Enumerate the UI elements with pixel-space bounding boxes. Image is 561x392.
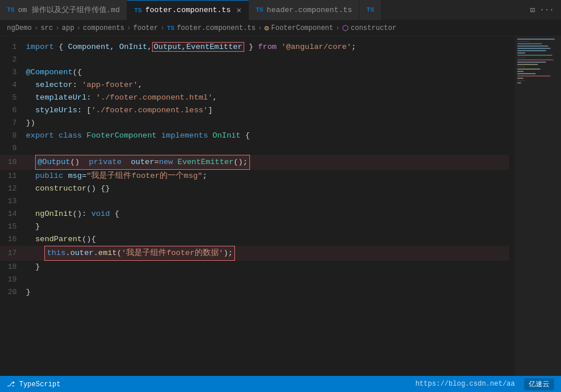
breadcrumb-sep5: ›: [160, 24, 164, 32]
code-editor[interactable]: 1 import { Component, OnInit,Output,Even…: [0, 36, 561, 376]
line-num-10: 10: [0, 158, 26, 166]
minimap-line-17: [517, 75, 551, 77]
line-content-5: templateUrl: './footer.component.html',: [26, 92, 505, 104]
ts-icon-footer: TS: [134, 7, 142, 14]
tab-footer-label: footer.component.ts: [145, 6, 230, 14]
line-18: 18 }: [0, 261, 509, 273]
line-num-1: 1: [0, 43, 26, 51]
code-lines: 1 import { Component, OnInit,Output,Even…: [0, 41, 561, 299]
minimap-line-10: [517, 59, 554, 60]
line-num-8: 8: [0, 131, 26, 140]
tab-footer[interactable]: TS footer.component.ts ✕: [127, 0, 249, 20]
line-num-11: 11: [0, 172, 26, 180]
line-content-7: }): [26, 117, 505, 130]
breadcrumb-sep2: ›: [55, 24, 59, 32]
minimap-line-3: [517, 43, 542, 44]
breadcrumb-class: FooterComponent: [271, 24, 333, 32]
line-num-18: 18: [0, 262, 26, 271]
line-4: 4 selector: 'app-footer',: [0, 79, 509, 92]
line-16: 16 sendParent(){: [0, 233, 509, 246]
breadcrumb-sep1: ›: [34, 24, 38, 32]
line-content-20: }: [26, 286, 505, 299]
line-14: 14 ngOnInit(): void {: [0, 208, 509, 220]
line-content-14: ngOnInit(): void {: [26, 208, 505, 220]
minimap-line-9: [517, 57, 525, 58]
tab-md-label: om 操作以及父子组件传值.md: [18, 5, 120, 15]
footer-bar: ⎇ TypeScript https://blog.csdn.net/aa 亿速…: [0, 376, 561, 392]
line-num-16: 16: [0, 235, 26, 243]
line-content-18: }: [26, 261, 505, 273]
line-content-12: constructor() {}: [26, 182, 505, 195]
footer-right: https://blog.csdn.net/aa 亿速云: [415, 378, 554, 390]
breadcrumb-constructor: constructor: [351, 24, 396, 32]
line-1: 1 import { Component, OnInit,Output,Even…: [0, 41, 509, 54]
line-7: 7 }): [0, 117, 509, 130]
line-content-8: export class FooterComponent implements …: [26, 130, 505, 142]
line-20: 20 }: [0, 286, 509, 299]
line-content-17: this.outer.emit('我是子组件footer的数据');: [26, 246, 505, 261]
more-actions-icon[interactable]: ···: [540, 5, 554, 14]
line-10: 10 @Output() private outer=new EventEmit…: [0, 155, 509, 170]
line-content-15: }: [26, 220, 505, 233]
breadcrumb-ngdemo: ngDemo: [7, 24, 32, 32]
minimap-line-20: [517, 82, 521, 83]
line-content-4: selector: 'app-footer',: [26, 79, 505, 92]
footer-branch-icon: ⎇: [7, 380, 19, 389]
tab-md[interactable]: TS om 操作以及父子组件传值.md: [0, 0, 127, 20]
line-num-6: 6: [0, 106, 26, 115]
line-num-15: 15: [0, 222, 26, 231]
minimap-line-4: [517, 45, 548, 47]
line-17: 17 this.outer.emit('我是子组件footer的数据');: [0, 246, 509, 261]
line-6: 6 styleUrls: ['./footer.component.less']: [0, 104, 509, 117]
file-ts-icon: TS: [167, 25, 175, 32]
line-content-1: import { Component, OnInit,Output,EventE…: [26, 41, 505, 54]
minimap-line-19: [517, 80, 525, 81]
breadcrumb-sep3: ›: [77, 24, 81, 32]
minimap-line-14: [517, 68, 540, 70]
line-num-5: 5: [0, 93, 26, 102]
minimap-line-16: [517, 73, 536, 74]
minimap-line-18: [517, 78, 524, 79]
minimap-line-2: [517, 41, 530, 42]
line-content-19: [26, 273, 505, 286]
breadcrumb-sep4: ›: [127, 24, 131, 32]
minimap-content: [515, 36, 561, 86]
split-editor-icon[interactable]: ⊡: [530, 5, 535, 15]
breadcrumb-app: app: [62, 24, 74, 32]
tab-header[interactable]: TS header.component.ts: [249, 0, 359, 20]
line-3: 3 @Component({: [0, 66, 509, 79]
minimap-line-12: [517, 64, 538, 65]
line-num-7: 7: [0, 119, 26, 127]
breadcrumb-footer: footer: [133, 24, 158, 32]
minimap-line-8: [517, 55, 552, 56]
line-11: 11 public msg="我是子组件footer的一个msg";: [0, 170, 509, 182]
line-content-13: [26, 195, 505, 208]
minimap-line-7: [517, 52, 525, 54]
line-num-12: 12: [0, 184, 26, 193]
breadcrumb-sep7: ›: [336, 24, 340, 32]
ts-icon-md: TS: [7, 6, 14, 13]
close-tab-button[interactable]: ✕: [236, 5, 241, 15]
line-content-6: styleUrls: ['./footer.component.less']: [26, 104, 505, 117]
breadcrumb-sep6: ›: [258, 24, 262, 32]
minimap-line-11: [517, 62, 546, 63]
line-content-11: public msg="我是子组件footer的一个msg";: [26, 170, 505, 182]
line-content-9: [26, 142, 505, 155]
tab-actions: ⊡ ···: [530, 5, 561, 15]
footer-brand: 亿速云: [524, 378, 554, 390]
line-9: 9: [0, 142, 509, 155]
line-num-19: 19: [0, 275, 26, 284]
ts-icon-extra: TS: [366, 6, 374, 13]
tab-extra[interactable]: TS: [359, 0, 381, 20]
breadcrumb-filename: footer.component.ts: [177, 24, 256, 32]
line-content-2: [26, 54, 505, 66]
line-content-3: @Component({: [26, 66, 505, 79]
line-num-3: 3: [0, 68, 26, 77]
minimap: [515, 36, 561, 376]
line-15: 15 }: [0, 220, 509, 233]
line-12: 12 constructor() {}: [0, 182, 509, 195]
line-num-20: 20: [0, 288, 26, 296]
line-num-9: 9: [0, 144, 26, 153]
line-content-10: @Output() private outer=new EventEmitter…: [26, 155, 505, 170]
footer-branch-label: TypeScript: [19, 380, 60, 389]
